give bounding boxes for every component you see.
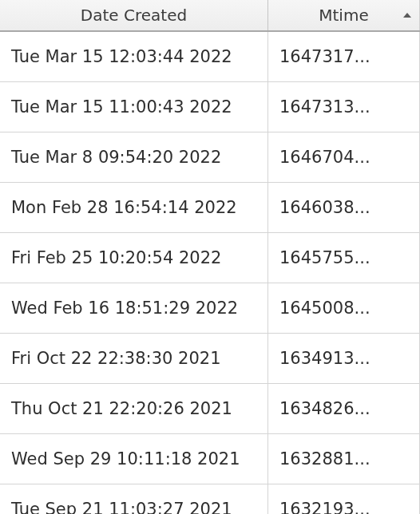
column-header-mtime[interactable]: Mtime [268, 0, 420, 30]
cell-mtime: 1647317... [268, 32, 420, 81]
cell-mtime: 1634826... [268, 384, 420, 433]
table-row[interactable]: Tue Mar 15 12:03:44 20221647317... [0, 32, 420, 82]
table-row[interactable]: Wed Feb 16 18:51:29 20221645008... [0, 283, 420, 334]
cell-mtime: 1632193... [268, 484, 420, 514]
table-row[interactable]: Thu Oct 21 22:20:26 20211634826... [0, 384, 420, 434]
cell-date-created: Fri Oct 22 22:38:30 2021 [0, 334, 268, 383]
column-header-label: Mtime [319, 6, 368, 25]
cell-date-created: Tue Mar 15 12:03:44 2022 [0, 32, 268, 81]
cell-date-created: Wed Feb 16 18:51:29 2022 [0, 283, 268, 333]
cell-date-created: Thu Oct 21 22:20:26 2021 [0, 384, 268, 433]
column-header-label: Date Created [81, 6, 187, 25]
cell-date-created: Tue Sep 21 11:03:27 2021 [0, 484, 268, 514]
cell-date-created: Tue Mar 8 09:54:20 2022 [0, 132, 268, 182]
sort-ascending-icon [403, 13, 411, 18]
cell-date-created: Wed Sep 29 10:11:18 2021 [0, 434, 268, 484]
table-row[interactable]: Tue Mar 8 09:54:20 20221646704... [0, 132, 420, 183]
table-row[interactable]: Tue Sep 21 11:03:27 20211632193... [0, 484, 420, 514]
cell-date-created: Tue Mar 15 11:00:43 2022 [0, 82, 268, 132]
cell-mtime: 1645755... [268, 233, 420, 283]
cell-mtime: 1632881... [268, 434, 420, 484]
cell-date-created: Fri Feb 25 10:20:54 2022 [0, 233, 268, 283]
table-header-row: Date Created Mtime [0, 0, 420, 32]
table-row[interactable]: Tue Mar 15 11:00:43 20221647313... [0, 82, 420, 132]
cell-mtime: 1647313... [268, 82, 420, 132]
table-body: Tue Mar 15 12:03:44 20221647317...Tue Ma… [0, 32, 420, 514]
table-row[interactable]: Fri Feb 25 10:20:54 20221645755... [0, 233, 420, 283]
file-table: Date Created Mtime Tue Mar 15 12:03:44 2… [0, 0, 420, 514]
cell-mtime: 1634913... [268, 334, 420, 383]
table-row[interactable]: Fri Oct 22 22:38:30 20211634913... [0, 334, 420, 384]
cell-mtime: 1646038... [268, 183, 420, 232]
table-row[interactable]: Mon Feb 28 16:54:14 20221646038... [0, 183, 420, 233]
cell-mtime: 1645008... [268, 283, 420, 333]
cell-date-created: Mon Feb 28 16:54:14 2022 [0, 183, 268, 232]
table-row[interactable]: Wed Sep 29 10:11:18 20211632881... [0, 434, 420, 484]
column-header-date-created[interactable]: Date Created [0, 0, 268, 30]
cell-mtime: 1646704... [268, 132, 420, 182]
